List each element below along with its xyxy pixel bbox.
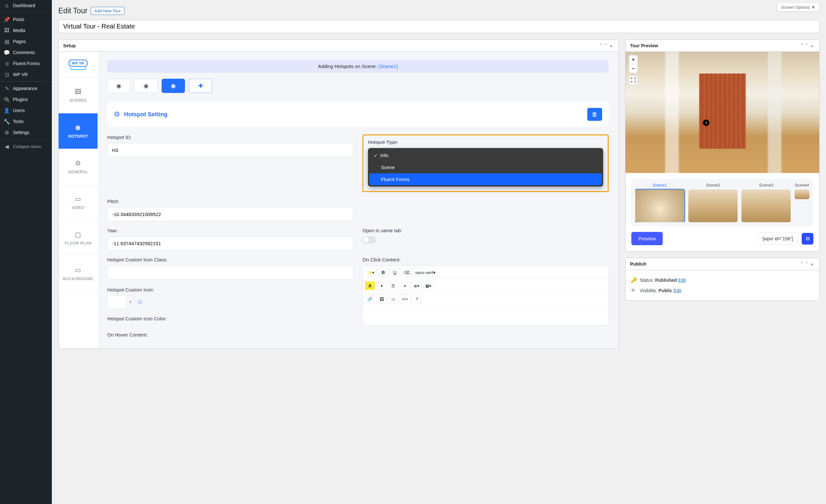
preview-button[interactable]: Preview <box>631 232 663 245</box>
open-tab-label: Open in same tab: <box>362 228 609 233</box>
nav-posts[interactable]: 📌Posts <box>0 12 52 25</box>
hotspot-marker[interactable]: i <box>703 120 709 126</box>
edit-visibility-link[interactable]: Edit <box>673 288 681 293</box>
on-click-editor[interactable]: ✨▾ B U ⌫ sans-serif ▾ A ▾ <box>362 266 609 325</box>
box-up-icon[interactable]: ˄ <box>799 262 804 266</box>
nav-plugins[interactable]: 🔌Plugins <box>0 94 52 105</box>
ed-align-button[interactable]: ≣▾ <box>411 281 422 290</box>
yaw-input[interactable] <box>107 237 353 250</box>
hotspot-tab-2[interactable]: ◉ <box>134 79 158 93</box>
vr-icon: ⊡ <box>4 72 10 77</box>
icon-picker-dropdown[interactable]: ▼ <box>127 296 134 309</box>
box-up-icon[interactable]: ˄ <box>799 44 804 48</box>
image-icon: 🖼 <box>75 88 82 96</box>
comments-icon: 💬 <box>4 50 10 55</box>
nav-users[interactable]: 👤Users <box>0 105 52 116</box>
nav-media[interactable]: 🖼Media <box>0 25 52 36</box>
edit-status-link[interactable]: Edit <box>678 277 686 283</box>
scene-thumb-3[interactable]: Scene3 <box>742 183 791 222</box>
box-down-icon[interactable]: ˅ <box>603 44 609 48</box>
box-up-icon[interactable]: ˄ <box>598 44 603 48</box>
nav-appearance[interactable]: ✎Appearance <box>0 81 52 94</box>
box-down-icon[interactable]: ˅ <box>804 44 810 48</box>
media-icon: 🖼 <box>4 27 10 34</box>
ed-code-button[interactable]: </> <box>400 295 410 304</box>
icon-picker[interactable] <box>107 296 127 309</box>
ed-underline-button[interactable]: U <box>390 268 400 277</box>
scene-thumb-1[interactable]: Scene1 <box>635 183 685 222</box>
nav-collapse[interactable]: ◀Collapse menu <box>0 139 52 152</box>
hotspot-type-highlight: Hotspot-Type: Info Scene Fluent Forms <box>362 134 609 192</box>
user-icon: 👤 <box>4 108 10 113</box>
pitch-input[interactable] <box>107 207 353 221</box>
zoom-out-button[interactable]: − <box>629 64 638 73</box>
ed-video-button[interactable]: ▭ <box>388 295 399 304</box>
nav-dashboard[interactable]: ⌂Dashboard <box>0 0 52 11</box>
nav-comments[interactable]: 💬Comments <box>0 47 52 58</box>
ed-table-button[interactable]: ▦▾ <box>423 281 434 290</box>
open-tab-toggle[interactable] <box>362 237 376 244</box>
post-title-input[interactable] <box>58 20 820 33</box>
nav-pages[interactable]: ▤Pages <box>0 36 52 47</box>
hotspot-tab-3[interactable]: ◉ <box>162 79 185 93</box>
copy-shortcode-button[interactable]: ⧉ <box>802 233 813 245</box>
nav-wpvr[interactable]: ⊡WP VR <box>0 69 52 80</box>
icon-class-input[interactable] <box>107 266 353 279</box>
help-icon[interactable]: ⓘ <box>138 299 142 305</box>
bg-icon: ▭ <box>75 266 81 274</box>
hotspot-id-input[interactable] <box>107 143 353 157</box>
settings-icon: ⚙ <box>4 130 10 135</box>
zoom-in-button[interactable]: + <box>629 55 638 64</box>
icon-class-label: Hotspot Custom Icon Class: <box>107 257 353 262</box>
scene-thumb-4[interactable]: Scene4 <box>794 183 810 222</box>
admin-sidebar: ⌂Dashboard 📌Posts 🖼Media ▤Pages 💬Comment… <box>0 0 52 504</box>
fullscreen-button[interactable]: ⛶ <box>629 76 638 85</box>
ed-ul-button[interactable]: ☰ <box>388 281 399 290</box>
box-toggle-icon[interactable]: ▴ <box>810 262 815 266</box>
tab-scenes[interactable]: 🖼SCENES <box>59 78 98 113</box>
hotspot-id-label: Hotspot ID: <box>107 134 353 140</box>
panorama-viewer[interactable]: + − ⛶ i <box>626 52 819 173</box>
plugin-icon: 🔌 <box>4 97 10 102</box>
setup-box-title: Setup <box>63 43 76 48</box>
ed-color-button[interactable]: A <box>365 281 375 290</box>
setup-box: Setup ˄ ˅ ▴ WP VR 🖼SCENES ⊕HOTSPOT <box>58 40 619 349</box>
ed-bold-button[interactable]: B <box>378 268 389 277</box>
dropdown-option-fluentforms[interactable]: Fluent Forms <box>369 173 602 185</box>
scene-link[interactable]: (Scene1) <box>378 63 398 69</box>
ed-help-button[interactable]: ? <box>412 295 422 304</box>
ed-erase-button[interactable]: ⌫ <box>401 268 412 277</box>
nav-settings[interactable]: ⚙Settings <box>0 127 52 138</box>
yaw-label: Yaw: <box>107 228 353 233</box>
on-hover-label: On Hover Content: <box>107 332 353 337</box>
dropdown-option-scene[interactable]: Scene <box>369 161 602 173</box>
ed-magic-icon[interactable]: ✨▾ <box>365 268 377 277</box>
add-new-tour-button[interactable]: Add New Tour <box>91 7 124 15</box>
tab-general[interactable]: ⚙GENERAL <box>59 149 98 185</box>
box-toggle-icon[interactable]: ▴ <box>609 44 614 48</box>
screen-options-toggle[interactable]: Screen Options ▼ <box>777 3 820 12</box>
box-toggle-icon[interactable]: ▴ <box>810 44 815 48</box>
nav-fluentforms[interactable]: ≣Fluent Forms <box>0 58 52 69</box>
custom-icon-label: Hotspot Custom Icon: <box>107 287 353 293</box>
ed-image-button[interactable]: 🖼 <box>376 295 387 304</box>
hotspot-type-dropdown[interactable]: Info Scene Fluent Forms <box>368 148 603 187</box>
dropdown-option-info[interactable]: Info <box>369 149 602 161</box>
tab-background[interactable]: ▭BACKGROUND <box>59 256 98 292</box>
nav-tools[interactable]: 🔧Tools <box>0 116 52 127</box>
ed-font-select[interactable]: sans-serif ▾ <box>413 268 438 277</box>
box-down-icon[interactable]: ˅ <box>804 262 810 266</box>
ed-ol-button[interactable]: ≡ <box>400 281 410 290</box>
ed-link-button[interactable]: 🔗 <box>365 295 375 304</box>
ed-dd1[interactable]: ▾ <box>376 281 387 290</box>
add-hotspot-button[interactable]: ✚ <box>189 79 212 93</box>
preview-box: Tour Preview ˄ ˅ ▴ + − ⛶ <box>625 40 820 251</box>
brush-icon: ✎ <box>4 85 10 91</box>
delete-hotspot-button[interactable]: 🗑 <box>587 108 602 121</box>
tab-video[interactable]: ▭VIDEO <box>59 185 98 220</box>
hotspot-tab-1[interactable]: ◉ <box>107 79 130 93</box>
scene-thumb-2[interactable]: Scene2 <box>688 183 738 222</box>
tab-floorplan[interactable]: ▢FLOOR PLAN <box>59 220 98 256</box>
trash-icon: 🗑 <box>592 111 598 118</box>
tab-hotspot[interactable]: ⊕HOTSPOT <box>59 113 98 149</box>
